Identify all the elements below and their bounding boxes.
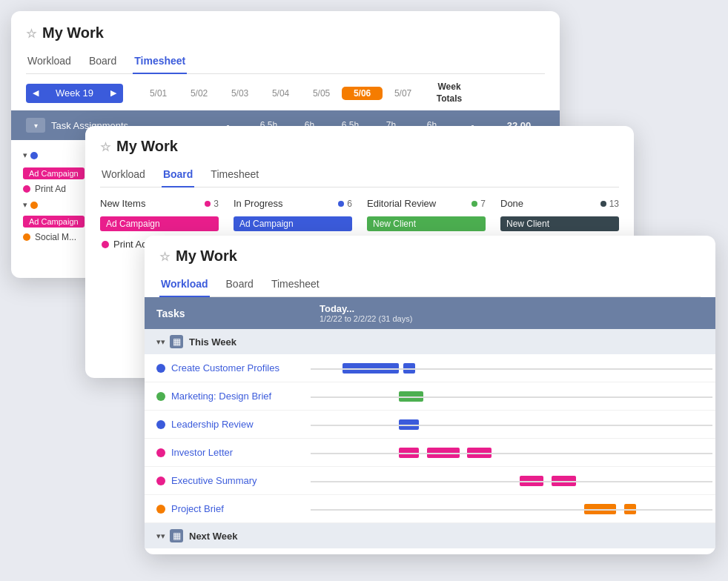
day-col-4: 5/04 bbox=[260, 88, 301, 99]
card3-title-text: My Work bbox=[176, 248, 237, 265]
task-6-gantt bbox=[308, 495, 715, 522]
new-items-count-dot bbox=[205, 201, 211, 207]
card1-tab-workload[interactable]: Workload bbox=[26, 49, 73, 74]
next-week-chevron[interactable]: ▾ bbox=[156, 531, 165, 541]
new-items-count: 3 bbox=[205, 199, 219, 209]
day-col-2: 5/02 bbox=[179, 88, 219, 99]
task-1-label: Create Customer Profiles bbox=[171, 362, 279, 374]
day-col-7: 5/07 bbox=[383, 88, 423, 99]
card2-title-text: My Work bbox=[116, 138, 178, 155]
task-row-7: Update Welcome Emails bbox=[145, 548, 715, 554]
this-week-icon: ▦ bbox=[170, 335, 183, 348]
card2-tab-workload[interactable]: Workload bbox=[100, 162, 147, 187]
in-progress-count-dot bbox=[338, 201, 344, 207]
task-3-label: Leadership Review bbox=[171, 419, 254, 430]
day-col-1: 5/01 bbox=[138, 88, 179, 99]
next-week-btn[interactable]: ▶ bbox=[104, 84, 123, 103]
print-ad-label: Print Ad bbox=[35, 184, 66, 194]
task-row-2: Marketing: Design Brief bbox=[145, 382, 715, 411]
tasks-col-header: Tasks bbox=[145, 300, 308, 327]
star-icon bbox=[26, 24, 36, 42]
this-week-chevron[interactable]: ▾ bbox=[156, 337, 165, 347]
new-items-title: New Items bbox=[100, 198, 145, 209]
new-items-project-tag: Ad Campaign bbox=[100, 216, 219, 231]
task-2-dot bbox=[156, 392, 165, 401]
card3-star-icon bbox=[159, 248, 170, 265]
editorial-count-num: 7 bbox=[480, 199, 486, 209]
group1-dot bbox=[30, 152, 38, 159]
task-4-label: Investor Letter bbox=[171, 447, 233, 458]
task-icon: ▾ bbox=[26, 118, 45, 133]
next-week-tasks: Update Welcome Emails New Client Onboard… bbox=[145, 548, 715, 554]
ad-campaign-tag1: Ad Campaign bbox=[23, 167, 85, 179]
card2-tab-timesheet[interactable]: Timesheet bbox=[209, 162, 260, 187]
task-1-name-cell: Create Customer Profiles bbox=[145, 362, 308, 374]
next-week-title: Next Week bbox=[189, 531, 238, 542]
task-7-gantt bbox=[308, 548, 715, 554]
in-progress-count: 6 bbox=[338, 199, 352, 209]
day-col-today: 5/06 bbox=[342, 87, 383, 100]
done-count-dot bbox=[600, 201, 606, 207]
new-items-task1-label: Print Ad bbox=[113, 239, 148, 250]
task-5-baseline bbox=[311, 481, 712, 482]
done-count-num: 13 bbox=[609, 199, 619, 209]
card1-tabs: Workload Board Timesheet bbox=[26, 49, 545, 74]
board-col-progress-header: In Progress 6 bbox=[234, 198, 352, 209]
this-week-tasks: Create Customer Profiles Marketing: Desi… bbox=[145, 354, 715, 523]
task-4-name-cell: Investor Letter bbox=[145, 447, 308, 458]
task-6-dot bbox=[156, 505, 165, 514]
task-6-label: Project Brief bbox=[171, 503, 224, 514]
task-2-gantt bbox=[308, 382, 715, 410]
task-5-gantt bbox=[308, 467, 715, 494]
card1-title: My Work bbox=[26, 24, 545, 42]
task-3-gantt bbox=[308, 411, 715, 438]
new-items-task1-dot bbox=[102, 241, 109, 248]
card1-title-text: My Work bbox=[42, 24, 104, 42]
done-count: 13 bbox=[600, 199, 619, 209]
task-3-name-cell: Leadership Review bbox=[145, 419, 308, 430]
card1-tab-board[interactable]: Board bbox=[87, 49, 118, 74]
card3-tab-timesheet[interactable]: Timesheet bbox=[270, 272, 321, 297]
day-col-3: 5/03 bbox=[219, 88, 260, 99]
task-5-dot bbox=[156, 477, 165, 485]
card3-header: My Work Workload Board Timesheet bbox=[145, 236, 715, 297]
editorial-count: 7 bbox=[471, 199, 486, 209]
task-4-dot bbox=[156, 448, 165, 457]
task-4-gantt bbox=[308, 439, 715, 466]
board-col-done-header: Done 13 bbox=[500, 198, 619, 209]
card1-tab-timesheet[interactable]: Timesheet bbox=[133, 49, 187, 74]
new-items-count-num: 3 bbox=[214, 199, 219, 209]
editorial-project-tag: New Client bbox=[367, 216, 486, 231]
this-week-title: This Week bbox=[189, 336, 236, 348]
task-2-baseline bbox=[311, 396, 712, 398]
week-label: Week 19 bbox=[45, 84, 104, 103]
task-4-baseline bbox=[311, 453, 712, 454]
workload-card: My Work Workload Board Timesheet Tasks T… bbox=[145, 236, 715, 554]
week-totals-label: WeekTotals bbox=[423, 82, 475, 104]
card2-star-icon bbox=[100, 138, 110, 155]
card3-title: My Work bbox=[159, 248, 701, 265]
social-dot bbox=[23, 233, 30, 241]
today-label: Today... bbox=[320, 303, 704, 314]
card2-tabs: Workload Board Timesheet bbox=[100, 162, 619, 187]
task-2-name-cell: Marketing: Design Brief bbox=[145, 391, 308, 402]
task-1-dot bbox=[156, 364, 165, 373]
task-3-dot bbox=[156, 420, 165, 429]
task-5-name-cell: Executive Summary bbox=[145, 475, 308, 486]
card2-tab-board[interactable]: Board bbox=[162, 162, 194, 187]
card2-header: My Work Workload Board Timesheet bbox=[85, 126, 634, 187]
task-row-6: Project Brief bbox=[145, 495, 715, 523]
task-row-3: Leadership Review bbox=[145, 411, 715, 439]
task-3-baseline bbox=[311, 425, 712, 426]
next-week-icon: ▦ bbox=[170, 529, 183, 542]
editorial-title: Editorial Review bbox=[367, 198, 436, 209]
card3-tab-board[interactable]: Board bbox=[225, 272, 255, 297]
board-col-editorial-header: Editorial Review 7 bbox=[367, 198, 486, 209]
card3-tabs: Workload Board Timesheet bbox=[159, 272, 701, 297]
date-range: 1/2/22 to 2/2/22 (31 days) bbox=[320, 314, 704, 323]
card3-tab-workload[interactable]: Workload bbox=[159, 272, 210, 297]
group2-dot bbox=[30, 202, 38, 209]
task-row-1: Create Customer Profiles bbox=[145, 354, 715, 382]
prev-week-btn[interactable]: ◀ bbox=[26, 84, 45, 103]
task-1-gantt bbox=[308, 354, 715, 382]
